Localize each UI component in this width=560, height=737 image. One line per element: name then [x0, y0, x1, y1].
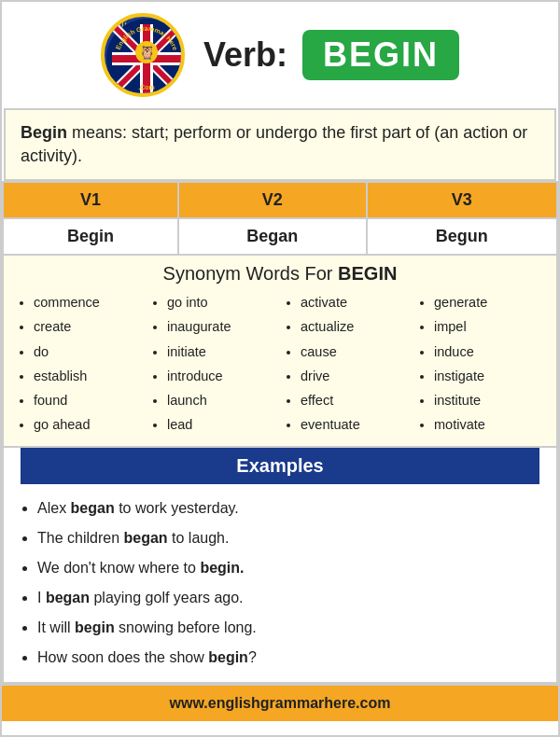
examples-list: Alex began to work yesterday. The childr…	[4, 494, 556, 673]
v1-value: Begin	[3, 218, 178, 255]
synonym-list-1: commence create do establish found go ah…	[19, 290, 141, 437]
list-item: institute	[434, 388, 541, 412]
synonym-col-1: commence create do establish found go ah…	[13, 290, 147, 437]
list-item: It will begin snowing before long.	[37, 613, 556, 643]
list-item: I began playing golf years ago.	[37, 583, 556, 613]
synonym-grid: commence create do establish found go ah…	[4, 290, 556, 437]
list-item: instigate	[434, 364, 541, 388]
example-bold: began	[46, 590, 90, 605]
list-item: Alex began to work yesterday.	[37, 494, 556, 523]
list-item: induce	[434, 340, 541, 364]
list-item: found	[34, 388, 141, 412]
list-item: go ahead	[34, 412, 141, 437]
list-item: motivate	[434, 412, 541, 437]
list-item: introduce	[167, 364, 274, 388]
list-item: drive	[301, 364, 408, 388]
meaning-section: Begin means: start; perform or undergo t…	[4, 108, 556, 181]
example-bold: begin	[208, 649, 248, 665]
list-item: cause	[301, 340, 408, 364]
list-item: We don't know where to begin.	[37, 553, 556, 583]
list-item: initiate	[167, 340, 274, 364]
synonym-list-2: go into inaugurate initiate introduce la…	[152, 290, 274, 437]
meaning-prefix: Begin	[21, 123, 67, 142]
page-header: English Grammar 🦉	[2, 2, 558, 108]
example-bold: begin.	[200, 560, 244, 576]
list-item: generate	[434, 290, 541, 314]
v3-header: V3	[367, 182, 557, 218]
word-badge: BEGIN	[302, 30, 459, 80]
list-item: How soon does the show begin?	[37, 643, 556, 673]
list-item: effect	[301, 388, 408, 412]
synonym-title-word: BEGIN	[338, 263, 397, 284]
list-item: create	[34, 314, 141, 339]
example-bold: begin	[75, 619, 115, 635]
list-item: eventuate	[301, 412, 408, 437]
examples-section: Examples Alex began to work yesterday. T…	[2, 448, 558, 684]
list-item: establish	[34, 364, 141, 388]
list-item: commence	[34, 290, 141, 314]
v2-value: Began	[178, 218, 367, 255]
v1-header: V1	[3, 182, 178, 218]
list-item: impel	[434, 314, 541, 339]
list-item: actualize	[301, 314, 408, 339]
example-bold: began	[71, 500, 115, 516]
svg-text:.Com: .Com	[138, 84, 155, 90]
synonym-header: Synonym Words For BEGIN	[4, 256, 556, 290]
v2-header: V2	[178, 182, 367, 218]
list-item: The children began to laugh.	[37, 523, 556, 553]
list-item: go into	[167, 290, 274, 314]
synonym-list-3: activate actualize cause drive effect ev…	[286, 290, 408, 437]
synonym-col-2: go into inaugurate initiate introduce la…	[147, 290, 280, 437]
footer-url: www.englishgrammarhere.com	[170, 695, 391, 711]
list-item: inaugurate	[167, 314, 274, 339]
v3-value: Begun	[367, 218, 557, 255]
synonym-title-prefix: Synonym Words For	[163, 263, 338, 284]
verb-label: Verb:	[203, 35, 287, 75]
list-item: activate	[301, 290, 408, 314]
synonym-list-4: generate impel induce instigate institut…	[419, 290, 541, 437]
svg-text:🦉: 🦉	[138, 45, 155, 61]
list-item: launch	[167, 388, 274, 412]
example-bold: began	[124, 530, 168, 546]
synonym-col-3: activate actualize cause drive effect ev…	[280, 290, 413, 437]
logo: English Grammar 🦉	[101, 13, 185, 97]
footer: www.englishgrammarhere.com	[2, 684, 558, 721]
synonym-section: Synonym Words For BEGIN commence create …	[2, 256, 558, 448]
examples-header: Examples	[21, 448, 539, 484]
meaning-text: means: start; perform or undergo the fir…	[21, 123, 527, 165]
verb-forms-table: V1 V2 V3 Begin Began Begun	[2, 181, 558, 256]
list-item: lead	[167, 412, 274, 437]
list-item: do	[34, 340, 141, 364]
synonym-col-4: generate impel induce instigate institut…	[413, 290, 547, 437]
